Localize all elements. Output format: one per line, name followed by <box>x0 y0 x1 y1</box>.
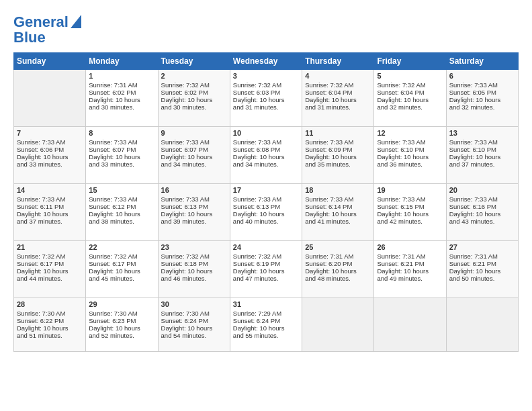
calendar-cell: 27Sunrise: 7:31 AMSunset: 6:21 PMDayligh… <box>446 241 518 298</box>
day-info-line: Daylight: 10 hours <box>233 153 299 161</box>
calendar-week-1: 1Sunrise: 7:31 AMSunset: 6:02 PMDaylight… <box>14 70 519 127</box>
day-info-line: Sunset: 6:10 PM <box>449 146 515 153</box>
day-info-line: Sunrise: 7:31 AM <box>89 81 154 89</box>
day-info-line: Daylight: 10 hours <box>89 267 154 275</box>
day-info-line: and 34 minutes. <box>161 161 227 168</box>
calendar-cell: 8Sunrise: 7:33 AMSunset: 6:07 PMDaylight… <box>86 127 158 184</box>
day-info-line: Daylight: 10 hours <box>161 324 227 332</box>
day-number: 15 <box>89 186 154 194</box>
calendar-cell: 17Sunrise: 7:33 AMSunset: 6:13 PMDayligh… <box>230 184 302 241</box>
day-info-line: Sunrise: 7:32 AM <box>377 81 443 89</box>
calendar-cell <box>446 298 518 352</box>
day-info-line: Daylight: 10 hours <box>17 267 83 275</box>
day-header-friday: Friday <box>374 53 446 70</box>
calendar-week-3: 14Sunrise: 7:33 AMSunset: 6:11 PMDayligh… <box>14 184 519 241</box>
day-info-line: Daylight: 10 hours <box>377 210 443 218</box>
day-info-line: Sunset: 6:21 PM <box>449 260 515 267</box>
day-number: 3 <box>233 72 299 80</box>
day-number: 22 <box>89 243 154 251</box>
calendar-cell: 26Sunrise: 7:31 AMSunset: 6:21 PMDayligh… <box>374 241 446 298</box>
day-info-line: Sunset: 6:16 PM <box>449 203 515 210</box>
day-info-line: Sunset: 6:12 PM <box>89 203 154 210</box>
day-info-line: and 46 minutes. <box>161 275 227 282</box>
day-number: 9 <box>161 129 227 137</box>
day-info-line: and 33 minutes. <box>17 161 83 168</box>
day-info-line: Sunset: 6:07 PM <box>161 146 227 153</box>
day-info-line: Sunrise: 7:32 AM <box>161 81 227 89</box>
day-info-line: Daylight: 10 hours <box>17 153 83 161</box>
day-info-line: Sunrise: 7:32 AM <box>89 253 154 260</box>
calendar-cell: 4Sunrise: 7:32 AMSunset: 6:04 PMDaylight… <box>302 70 374 127</box>
day-info-line: Sunrise: 7:30 AM <box>161 310 227 317</box>
day-number: 21 <box>17 243 83 251</box>
day-info-line: and 31 minutes. <box>305 103 371 111</box>
calendar-cell: 28Sunrise: 7:30 AMSunset: 6:22 PMDayligh… <box>14 298 86 352</box>
day-number: 10 <box>233 129 299 137</box>
day-info-line: Sunrise: 7:32 AM <box>17 253 83 260</box>
calendar-table: SundayMondayTuesdayWednesdayThursdayFrid… <box>13 52 519 352</box>
day-info-line: Sunrise: 7:33 AM <box>161 195 227 203</box>
day-number: 20 <box>449 186 515 194</box>
day-info-line: and 48 minutes. <box>305 275 371 282</box>
calendar-cell: 5Sunrise: 7:32 AMSunset: 6:04 PMDaylight… <box>374 70 446 127</box>
day-header-tuesday: Tuesday <box>158 53 230 70</box>
day-info-line: Daylight: 10 hours <box>161 210 227 218</box>
day-number: 16 <box>161 186 227 194</box>
day-info-line: Sunrise: 7:30 AM <box>89 310 154 317</box>
day-info-line: Daylight: 10 hours <box>161 96 227 103</box>
calendar-cell: 10Sunrise: 7:33 AMSunset: 6:08 PMDayligh… <box>230 127 302 184</box>
day-info-line: and 38 minutes. <box>89 218 154 225</box>
calendar-cell: 9Sunrise: 7:33 AMSunset: 6:07 PMDaylight… <box>158 127 230 184</box>
calendar-cell: 11Sunrise: 7:33 AMSunset: 6:09 PMDayligh… <box>302 127 374 184</box>
day-info-line: Daylight: 10 hours <box>305 210 371 218</box>
day-info-line: Sunset: 6:21 PM <box>377 260 443 267</box>
day-info-line: Daylight: 10 hours <box>17 324 83 332</box>
day-number: 12 <box>377 129 443 137</box>
day-number: 30 <box>161 300 227 308</box>
day-info-line: Daylight: 10 hours <box>305 267 371 275</box>
day-number: 11 <box>305 129 371 137</box>
day-info-line: Sunrise: 7:33 AM <box>377 138 443 146</box>
day-info-line: Daylight: 10 hours <box>305 153 371 161</box>
day-number: 23 <box>161 243 227 251</box>
calendar-cell: 6Sunrise: 7:33 AMSunset: 6:05 PMDaylight… <box>446 70 518 127</box>
calendar-cell: 15Sunrise: 7:33 AMSunset: 6:12 PMDayligh… <box>86 184 158 241</box>
day-number: 5 <box>377 72 443 80</box>
day-info-line: Sunrise: 7:33 AM <box>17 195 83 203</box>
day-info-line: Daylight: 10 hours <box>17 210 83 218</box>
page-header: General Blue <box>13 13 519 46</box>
day-info-line: Sunrise: 7:30 AM <box>17 310 83 317</box>
day-info-line: Sunset: 6:18 PM <box>161 260 227 267</box>
day-info-line: and 39 minutes. <box>161 218 227 225</box>
day-info-line: Sunrise: 7:33 AM <box>377 195 443 203</box>
day-info-line: and 30 minutes. <box>161 103 227 111</box>
day-info-line: Daylight: 10 hours <box>449 267 515 275</box>
day-number: 1 <box>89 72 154 80</box>
calendar-cell: 18Sunrise: 7:33 AMSunset: 6:14 PMDayligh… <box>302 184 374 241</box>
day-info-line: Sunset: 6:13 PM <box>233 203 299 210</box>
calendar-cell: 3Sunrise: 7:32 AMSunset: 6:03 PMDaylight… <box>230 70 302 127</box>
svg-marker-0 <box>71 15 81 28</box>
day-info-line: Sunrise: 7:33 AM <box>89 195 154 203</box>
calendar-cell: 23Sunrise: 7:32 AMSunset: 6:18 PMDayligh… <box>158 241 230 298</box>
day-info-line: Daylight: 10 hours <box>233 96 299 103</box>
day-info-line: Daylight: 10 hours <box>449 210 515 218</box>
day-info-line: and 45 minutes. <box>89 275 154 282</box>
day-info-line: Daylight: 10 hours <box>89 210 154 218</box>
day-info-line: and 42 minutes. <box>377 218 443 225</box>
day-info-line: Daylight: 10 hours <box>89 96 154 103</box>
day-info-line: Sunrise: 7:33 AM <box>161 138 227 146</box>
day-number: 4 <box>305 72 371 80</box>
calendar-cell: 21Sunrise: 7:32 AMSunset: 6:17 PMDayligh… <box>14 241 86 298</box>
day-header-thursday: Thursday <box>302 53 374 70</box>
day-info-line: Daylight: 10 hours <box>89 153 154 161</box>
day-info-line: Sunset: 6:20 PM <box>305 260 371 267</box>
calendar-cell: 24Sunrise: 7:32 AMSunset: 6:19 PMDayligh… <box>230 241 302 298</box>
day-number: 7 <box>17 129 83 137</box>
calendar-cell: 16Sunrise: 7:33 AMSunset: 6:13 PMDayligh… <box>158 184 230 241</box>
day-info-line: and 32 minutes. <box>377 103 443 111</box>
day-info-line: Sunset: 6:19 PM <box>233 260 299 267</box>
day-number: 25 <box>305 243 371 251</box>
calendar-cell: 22Sunrise: 7:32 AMSunset: 6:17 PMDayligh… <box>86 241 158 298</box>
day-info-line: and 47 minutes. <box>233 275 299 282</box>
